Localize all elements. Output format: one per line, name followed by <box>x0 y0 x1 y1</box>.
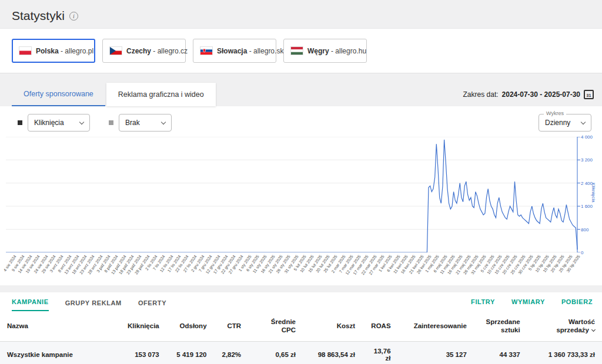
line-chart[interactable] <box>6 137 582 252</box>
chart-controls: Kliknięcia Brak Wykres Dzienny <box>0 113 602 132</box>
chevron-down-icon <box>79 119 84 124</box>
y-axis-label: 800 <box>581 227 600 232</box>
country-label: Polska - allegro.pl <box>36 47 93 55</box>
country-label: Słowacja - allegro.sk <box>217 47 283 55</box>
column-header: ROAS <box>362 311 398 341</box>
action-pobierz[interactable]: POBIERZ <box>561 298 593 305</box>
action-wymiary[interactable]: WYMIARY <box>511 298 545 305</box>
calendar-icon[interactable]: 31 <box>584 90 594 99</box>
results-tab-oferty[interactable]: OFERTY <box>138 299 166 311</box>
column-header: Odsłony <box>166 311 214 341</box>
table-cell: 44 337 <box>474 341 527 364</box>
date-range-picker[interactable]: Zakres dat: 2024-07-30 - 2025-07-30 31 <box>463 90 594 99</box>
results-tab-grupy-reklam[interactable]: GRUPY REKLAM <box>65 299 122 311</box>
column-header: Sprzedane sztuki <box>474 311 527 341</box>
table-cell: Wszystkie kampanie <box>0 341 116 364</box>
chevron-down-icon <box>161 119 166 124</box>
table-actions: FILTRYWYMIARYPOBIERZ <box>471 298 593 305</box>
table-cell: 35 127 <box>398 341 474 364</box>
action-filtry[interactable]: FILTRY <box>471 298 495 305</box>
country-button-allegro.cz[interactable]: Czechy - allegro.cz <box>102 39 186 63</box>
report-tabs: Oferty sponsorowane Reklama graficzna i … <box>0 83 602 106</box>
tab-reklama-graficzna-i-wideo[interactable]: Reklama graficzna i wideo <box>106 83 216 106</box>
metric1-select[interactable]: Kliknięcia <box>28 114 90 132</box>
column-header[interactable]: Wartość sprzedaży <box>527 311 602 341</box>
y-axis-label: 1 600 <box>581 204 600 209</box>
column-header: Średnie CPC <box>248 311 303 341</box>
table-row[interactable]: Wszystkie kampanie153 0735 419 1202,82%0… <box>0 341 602 364</box>
chevron-down-icon <box>581 119 586 124</box>
czech-flag <box>110 47 122 55</box>
info-icon[interactable]: i <box>69 12 78 21</box>
table-cell: 1 360 733,33 zł <box>527 341 602 364</box>
date-range-label: Zakres dat: <box>463 90 499 99</box>
results-tabs: KAMPANIEGRUPY REKLAMOFERTYFILTRYWYMIARYP… <box>0 292 602 311</box>
country-button-allegro.sk[interactable]: Słowacja - allegro.sk <box>193 39 276 63</box>
country-label: Czechy - allegro.cz <box>126 47 188 55</box>
column-header: Zainteresowanie <box>398 311 474 341</box>
hungary-flag <box>291 47 303 55</box>
chart-interval-select[interactable]: Wykres Dzienny <box>539 114 591 132</box>
chart-plot-area: 08001 6002 4003 2004 000 Kliknięcia <box>0 137 602 252</box>
metric1-legend-swatch <box>18 120 22 125</box>
y-axis-title: Kliknięcia <box>591 183 596 203</box>
table-cell: 0,65 zł <box>248 341 303 364</box>
table-cell: 2,82% <box>214 341 249 364</box>
date-range-value: 2024-07-30 - 2025-07-30 <box>502 90 580 99</box>
y-axis-label: 2 400 <box>581 181 600 186</box>
y-axis-label: 4 000 <box>581 134 600 140</box>
table-cell: 98 863,54 zł <box>303 341 362 364</box>
y-axis-label: 3 200 <box>581 157 600 163</box>
country-button-allegro.pl[interactable]: Polska - allegro.pl <box>12 39 95 63</box>
results-tab-kampanie[interactable]: KAMPANIE <box>12 298 49 311</box>
tab-oferty-sponsorowane[interactable]: Oferty sponsorowane <box>12 83 105 106</box>
poland-flag <box>19 47 31 55</box>
metric2-legend-swatch <box>109 120 113 125</box>
table-cell: 13,76 zł <box>362 341 398 364</box>
page-header: Statystyki i <box>0 0 602 28</box>
column-header: CTR <box>214 311 249 341</box>
x-axis-labels: 4 sie 20249 sie 202414 sie 202419 sie 20… <box>0 252 602 285</box>
country-label: Węgry - allegro.hu <box>307 47 366 55</box>
slovakia-flag <box>200 47 212 55</box>
column-header: Koszt <box>303 311 362 341</box>
table-cell: 153 073 <box>116 341 166 364</box>
chart-interval-label: Wykres <box>544 110 566 116</box>
page-title: Statystyki <box>12 9 65 23</box>
column-header: Kliknięcia <box>116 311 166 341</box>
column-header: Nazwa <box>0 311 116 341</box>
sort-descending-icon <box>591 328 596 332</box>
stats-table: NazwaKliknięciaOdsłonyCTRŚrednie CPCKosz… <box>0 311 602 364</box>
table-cell: 5 419 120 <box>166 341 214 364</box>
metric2-select[interactable]: Brak <box>119 114 172 132</box>
country-selector: Polska - allegro.plCzechy - allegro.czSł… <box>0 28 602 73</box>
results-card: KAMPANIEGRUPY REKLAMOFERTYFILTRYWYMIARYP… <box>0 292 602 364</box>
country-button-allegro.hu[interactable]: Węgry - allegro.hu <box>283 39 367 63</box>
chart-card: Kliknięcia Brak Wykres Dzienny 08001 600… <box>0 106 602 285</box>
